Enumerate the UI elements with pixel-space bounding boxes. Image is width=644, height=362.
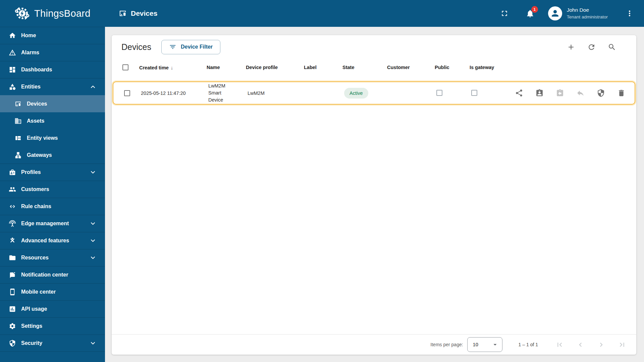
row-checkbox[interactable] xyxy=(124,90,130,96)
chevron-down-icon xyxy=(90,340,96,347)
chevron-down-icon xyxy=(90,237,96,244)
devices-card: Devices Device Filter Created time↓ xyxy=(112,35,636,355)
device-filter-button[interactable]: Device Filter xyxy=(161,40,220,54)
card-header: Devices Device Filter xyxy=(112,35,636,55)
more-menu-button[interactable] xyxy=(625,9,634,18)
share-button[interactable] xyxy=(515,89,523,97)
device-filter-label: Device Filter xyxy=(181,44,213,50)
sidebar-item-entity-views[interactable]: Entity views xyxy=(0,129,105,146)
sidebar-item-profiles[interactable]: Profiles xyxy=(0,164,105,181)
column-header-public[interactable]: Public xyxy=(435,65,470,70)
sidebar-item-api-usage[interactable]: API usage xyxy=(0,300,105,317)
chevron-down-icon xyxy=(90,169,96,176)
thingsboard-logo[interactable]: ThingsBoard xyxy=(0,5,105,21)
unassign-button[interactable] xyxy=(576,89,585,97)
sidebar-item-label: Alarms xyxy=(21,50,39,56)
sidebar-item-alarms[interactable]: Alarms xyxy=(0,44,105,61)
unassign-icon xyxy=(576,89,585,97)
sidebar-item-security[interactable]: Security xyxy=(0,335,105,352)
chevron-down-icon xyxy=(90,220,96,227)
home-icon xyxy=(9,32,16,39)
cell-created-time: 2025-05-12 11:47:20 xyxy=(141,90,208,96)
previous-page-icon xyxy=(576,341,585,349)
delete-button[interactable] xyxy=(617,89,626,97)
sidebar-item-entities[interactable]: Entities xyxy=(0,78,105,95)
sidebar-item-home[interactable]: Home xyxy=(0,27,105,44)
column-header-label[interactable]: Label xyxy=(304,65,342,70)
last-page-button[interactable] xyxy=(618,341,626,349)
column-header-device-profile[interactable]: Device profile xyxy=(246,65,304,70)
previous-page-button[interactable] xyxy=(576,341,585,349)
sidebar-item-mobile-center[interactable]: Mobile center xyxy=(0,283,105,300)
notifications-button[interactable]: 1 xyxy=(526,9,535,18)
make-public-button[interactable] xyxy=(556,89,564,97)
advanced-features-icon xyxy=(9,237,16,244)
sidebar-item-settings[interactable]: Settings xyxy=(0,317,105,335)
alarms-icon xyxy=(9,49,16,56)
user-info[interactable]: John Doe Tenant administrator xyxy=(567,6,608,20)
column-header-state[interactable]: State xyxy=(342,65,387,70)
next-page-button[interactable] xyxy=(597,341,605,349)
sidebar-item-label: API usage xyxy=(21,306,47,312)
sidebar-item-assets[interactable]: Assets xyxy=(0,112,105,129)
profiles-icon xyxy=(9,169,16,176)
manage-credentials-icon xyxy=(597,89,605,97)
column-header-customer[interactable]: Customer xyxy=(387,65,435,70)
fullscreen-button[interactable] xyxy=(500,9,509,18)
sidebar-item-label: Mobile center xyxy=(21,289,56,295)
select-all-checkbox[interactable] xyxy=(122,64,128,70)
pagination-controls xyxy=(555,341,626,349)
sidebar-item-notification-center[interactable]: Notification center xyxy=(0,266,105,283)
sidebar-item-gateways[interactable]: Gateways xyxy=(0,146,105,164)
sidebar-item-customers[interactable]: Customers xyxy=(0,181,105,198)
sidebar-item-label: Customers xyxy=(21,186,49,192)
sidebar-item-rule-chains[interactable]: Rule chains xyxy=(0,198,105,215)
chevron-down-icon xyxy=(90,254,96,261)
mobile-center-icon xyxy=(9,288,16,296)
cell-name: LwM2M Smart Device xyxy=(208,82,248,104)
first-page-button[interactable] xyxy=(555,341,564,349)
user-name: John Doe xyxy=(567,6,608,14)
breadcrumb-label: Devices xyxy=(131,9,157,17)
sidebar-item-dashboards[interactable]: Dashboards xyxy=(0,61,105,78)
items-per-page-select[interactable]: 10 xyxy=(467,337,502,352)
is-gateway-checkbox[interactable] xyxy=(471,90,477,96)
column-header-is-gateway[interactable]: Is gateway xyxy=(470,65,513,70)
sidebar-item-label: Gateways xyxy=(27,152,52,158)
search-button[interactable] xyxy=(608,43,616,51)
make-public-icon xyxy=(556,89,564,97)
search-icon xyxy=(608,43,616,51)
assign-customer-button[interactable] xyxy=(535,89,544,97)
user-avatar-icon xyxy=(550,8,560,18)
sort-desc-icon: ↓ xyxy=(171,65,173,70)
sidebar-item-label: Profiles xyxy=(21,169,41,175)
sidebar-item-label: Security xyxy=(21,340,42,346)
column-header-created-time[interactable]: Created time↓ xyxy=(139,65,207,70)
manage-credentials-button[interactable] xyxy=(597,89,605,97)
top-header: ThingsBoard Devices 1 xyxy=(0,0,644,27)
sidebar-item-label: Assets xyxy=(27,118,44,124)
sidebar-item-label: Settings xyxy=(21,323,42,329)
add-device-button[interactable] xyxy=(567,43,575,51)
devices-breadcrumb-icon xyxy=(118,9,127,18)
settings-icon xyxy=(9,322,16,330)
devices-icon xyxy=(14,100,22,108)
main-content: Devices Device Filter Created time↓ xyxy=(105,27,644,362)
sidebar-item-devices[interactable]: Devices xyxy=(0,95,105,112)
gateways-icon xyxy=(14,152,22,159)
column-header-name[interactable]: Name xyxy=(207,65,246,70)
entity-views-icon xyxy=(14,134,22,142)
user-avatar[interactable] xyxy=(548,6,562,20)
next-page-icon xyxy=(597,341,605,349)
items-per-page-label: Items per page: xyxy=(430,342,463,347)
resources-icon xyxy=(9,254,16,261)
more-vert-icon xyxy=(625,9,634,18)
table-row[interactable]: 2025-05-12 11:47:20 LwM2M Smart Device L… xyxy=(113,81,635,105)
sidebar-item-resources[interactable]: Resources xyxy=(0,249,105,266)
sidebar-item-label: Rule chains xyxy=(21,203,51,209)
public-checkbox[interactable] xyxy=(436,90,442,96)
refresh-button[interactable] xyxy=(587,43,596,51)
state-badge: Active xyxy=(344,88,368,99)
sidebar-item-edge-management[interactable]: Edge management xyxy=(0,215,105,232)
sidebar-item-advanced-features[interactable]: Advanced features xyxy=(0,232,105,249)
